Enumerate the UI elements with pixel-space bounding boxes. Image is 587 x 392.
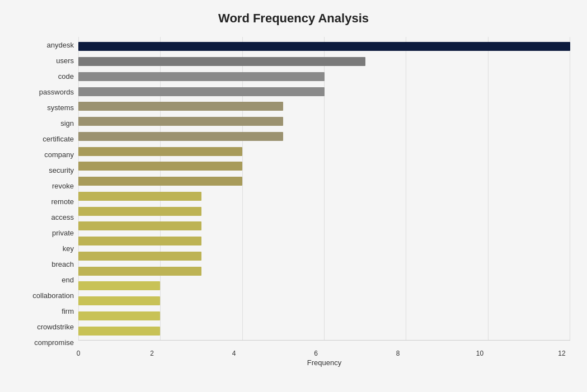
y-label: anydesk xyxy=(47,41,74,49)
x-tick-label: 4 xyxy=(226,350,242,357)
bar-row xyxy=(78,84,570,99)
y-label: end xyxy=(62,276,74,284)
bar-row xyxy=(78,278,570,294)
bar-row xyxy=(78,204,570,219)
bar-row xyxy=(78,249,570,264)
chart-container: Word Frequency Analysis anydeskuserscode… xyxy=(0,0,587,392)
grid-and-bars: 024681012 xyxy=(78,37,570,357)
bar-row xyxy=(78,69,570,84)
bar xyxy=(78,42,570,51)
x-tick-label: 0 xyxy=(70,350,87,357)
y-label: crowdstrike xyxy=(37,323,74,330)
bar xyxy=(78,221,201,230)
bar-row xyxy=(78,99,570,114)
bar xyxy=(78,147,242,156)
y-label: users xyxy=(56,57,74,64)
bars-container xyxy=(78,37,570,341)
bar-row xyxy=(78,294,570,309)
bar-row xyxy=(78,309,570,324)
bar-row xyxy=(78,159,570,174)
bar xyxy=(78,192,201,201)
x-tick-label: 10 xyxy=(472,350,489,357)
bar xyxy=(78,281,160,290)
y-labels: anydeskuserscodepasswordssystemssigncert… xyxy=(17,37,78,367)
y-label: systems xyxy=(47,104,74,111)
bar xyxy=(78,327,160,336)
bar-row xyxy=(78,323,570,338)
bar xyxy=(78,296,160,305)
y-label: breach xyxy=(51,261,74,268)
bar xyxy=(78,162,242,171)
bar-row xyxy=(78,174,570,189)
y-label: access xyxy=(51,214,74,221)
x-tick-label: 8 xyxy=(389,350,406,357)
y-label: certificate xyxy=(43,135,74,143)
bar-row xyxy=(78,129,570,144)
bar xyxy=(78,311,160,320)
y-label: sign xyxy=(60,120,74,127)
bar xyxy=(78,87,325,96)
x-axis-labels: 024681012 xyxy=(78,341,570,357)
y-label: remote xyxy=(51,198,74,205)
y-label: collaboration xyxy=(32,292,74,299)
bars-and-grid: 024681012 Frequency xyxy=(78,37,570,367)
bar-row xyxy=(78,263,570,278)
x-tick-label: 2 xyxy=(143,350,160,357)
chart-area: anydeskuserscodepasswordssystemssigncert… xyxy=(17,37,570,367)
bar xyxy=(78,237,201,245)
bar-row xyxy=(78,219,570,234)
bar xyxy=(78,102,283,111)
bar xyxy=(78,132,283,141)
y-label: firm xyxy=(62,308,74,315)
y-label: company xyxy=(44,151,74,158)
bar-row xyxy=(78,144,570,159)
bar xyxy=(78,252,201,261)
bar xyxy=(78,72,325,81)
y-label: security xyxy=(49,167,74,174)
bar xyxy=(78,117,283,126)
bar-row xyxy=(78,234,570,249)
bar xyxy=(78,57,365,66)
x-tick-label: 6 xyxy=(308,350,325,357)
bar-row xyxy=(78,54,570,69)
bar xyxy=(78,177,242,186)
y-label: code xyxy=(58,73,74,80)
bar-row xyxy=(78,189,570,204)
y-label: private xyxy=(52,229,74,237)
x-axis-title: Frequency xyxy=(78,358,570,367)
bar-row xyxy=(78,114,570,129)
bar xyxy=(78,267,201,276)
y-label: revoke xyxy=(52,182,74,190)
bar xyxy=(78,207,201,216)
y-label: compromise xyxy=(34,339,74,346)
x-tick-label: 12 xyxy=(553,350,570,357)
y-label: key xyxy=(63,245,74,252)
chart-title: Word Frequency Analysis xyxy=(17,11,570,26)
y-label: passwords xyxy=(39,88,74,96)
bar-row xyxy=(78,39,570,54)
